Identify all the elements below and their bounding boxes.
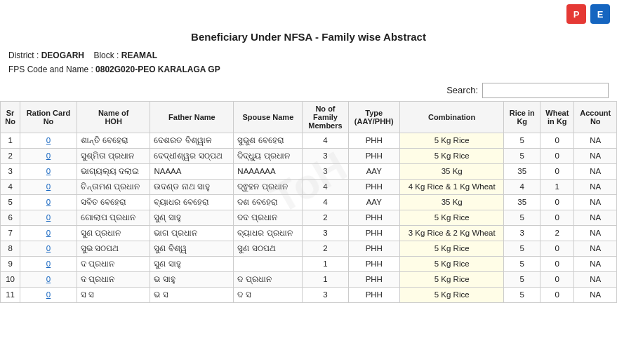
cell-type: PHH [348, 133, 399, 148]
cell-ration[interactable]: 0 [20, 225, 77, 241]
col-wheat: Wheatin Kg [540, 101, 574, 133]
col-account: AccountNo [574, 101, 617, 133]
cell-rice: 35 [504, 163, 540, 179]
cell-hoh: ଭାଗ୍ୟଲ୍ୟ ଦଲାଇ [77, 163, 150, 179]
cell-hoh: ସବିତ ବେହେରା [77, 194, 150, 210]
col-hoh: Name ofHOH [77, 101, 150, 133]
cell-spouse: ଦ‍‍ ସ‍‍ [234, 287, 303, 302]
cell-combination: 5 Kg Rice [400, 133, 504, 148]
cell-members: 3 [303, 287, 348, 302]
cell-wheat: 0 [540, 241, 574, 256]
cell-spouse: NAAAAAA [234, 163, 303, 179]
cell-rice: 5 [504, 210, 540, 225]
table-row: 50ସବିତ ବେହେରାବ୍ୟାଧର ବେହେରାଦ‍‍ଶ ବେହେରା4AA… [1, 194, 617, 210]
cell-ration[interactable]: 0 [20, 241, 77, 256]
cell-rice: 35 [504, 194, 540, 210]
cell-father: ଭ‍‍ ସ‍‍ [150, 287, 234, 302]
cell-account: NA [574, 287, 617, 302]
cell-members: 4 [303, 194, 348, 210]
cell-type: PHH [348, 271, 399, 287]
col-sr: SrNo [1, 101, 20, 133]
cell-combination: 5 Kg Rice [400, 210, 504, 225]
cell-account: NA [574, 133, 617, 148]
cell-account: NA [574, 225, 617, 241]
cell-wheat: 0 [540, 271, 574, 287]
cell-account: NA [574, 241, 617, 256]
cell-father: ସୁଣ ସାହୁ [150, 256, 234, 271]
main-table: SrNo Ration CardNo Name ofHOH Father Nam… [0, 101, 617, 303]
district-label: District [8, 50, 34, 60]
cell-hoh: ସୁଭ‍‍ ସଠ‍‍ପଥ [77, 241, 150, 256]
cell-type: PHH [348, 241, 399, 256]
cell-combination: 5 Kg Rice [400, 241, 504, 256]
table-row: 40ଚିନ୍ତାମଣ ପ୍ରଧାନଉଦଣ୍ଡ ନାଥ ସାହୁଦ୍ଵୁହନ ପ୍… [1, 179, 617, 194]
cell-father: ଭ‍‍ ସାହୁ [150, 271, 234, 287]
cell-type: PHH [348, 210, 399, 225]
fps-label: FPS Code and Name [8, 65, 88, 74]
cell-ration[interactable]: 0 [20, 179, 77, 194]
toolbar: P E [0, 0, 617, 28]
cell-spouse: ଦ‍‍ ପ୍ରଧାନ [234, 271, 303, 287]
cell-spouse: ଦ୍ଵୁହନ ପ୍ରଧାନ [234, 179, 303, 194]
cell-combination: 35 Kg [400, 163, 504, 179]
info-section: District : DEOGARH Block : REAMAL FPS Co… [0, 47, 617, 79]
cell-spouse [234, 256, 303, 271]
cell-account: NA [574, 179, 617, 194]
cell-hoh: ଦ‍‍ ପ୍ରଧାନ [77, 271, 150, 287]
fps-value: 0802G020-PEO KARALAGA GP [95, 65, 220, 74]
cell-wheat: 1 [540, 179, 574, 194]
cell-wheat: 0 [540, 148, 574, 163]
cell-ration[interactable]: 0 [20, 133, 77, 148]
cell-ration[interactable]: 0 [20, 256, 77, 271]
cell-hoh: ଚିନ୍ତାମଣ ପ୍ରଧାନ [77, 179, 150, 194]
table-row: 80ସୁଭ‍‍ ସଠ‍‍ପଥସୁଣ ବିଶ୍ୱସୁଣ‍ ସଠ‍‍ପଥ2PHH5 … [1, 241, 617, 256]
table-row: 70ସୁଣ ପ୍ରଧାନଭାଗ‍‍ ପ୍ରଧାନବ୍ୟାଧର ପ୍ରଧାନ3PH… [1, 225, 617, 241]
cell-account: NA [574, 210, 617, 225]
cell-ration[interactable]: 0 [20, 148, 77, 163]
excel-button[interactable]: E [590, 4, 610, 24]
cell-account: NA [574, 148, 617, 163]
cell-combination: 5 Kg Rice [400, 287, 504, 302]
table-row: 30ଭାଗ୍ୟଲ୍ୟ ଦଲାଇNAAAANAAAAAA3AAY35 Kg350N… [1, 163, 617, 179]
cell-ration[interactable]: 0 [20, 194, 77, 210]
cell-ration[interactable]: 0 [20, 271, 77, 287]
cell-father: ସୁଣ ବିଶ୍ୱ [150, 241, 234, 256]
cell-wheat: 0 [540, 163, 574, 179]
cell-ration[interactable]: 0 [20, 163, 77, 179]
search-row: Search: [0, 79, 617, 101]
col-type: Type(AAY/PHH) [348, 101, 399, 133]
cell-sr: 7 [1, 225, 20, 241]
cell-wheat: 0 [540, 194, 574, 210]
cell-ration[interactable]: 0 [20, 287, 77, 302]
cell-members: 3 [303, 225, 348, 241]
cell-members: 3 [303, 163, 348, 179]
cell-members: 2 [303, 241, 348, 256]
search-label: Search: [446, 85, 478, 95]
cell-wheat: 0 [540, 287, 574, 302]
cell-spouse: ଦ‍‍ଶ ବେହେରା [234, 194, 303, 210]
cell-father: ସୁଣ୍ ସାହୁ [150, 210, 234, 225]
cell-sr: 9 [1, 256, 20, 271]
cell-combination: 5 Kg Rice [400, 271, 504, 287]
cell-father: NAAAA [150, 163, 234, 179]
cell-spouse: ବ୍ୟାଧର ପ୍ରଧାନ [234, 225, 303, 241]
cell-spouse: ଦିଦ୍ଧ୍ୟୁ ପ୍ରଧାନ [234, 148, 303, 163]
district-value: DEOGARH [41, 50, 84, 60]
cell-members: 4 [303, 179, 348, 194]
cell-hoh: ଦ‍‍ ପ୍ରଧାନ [77, 256, 150, 271]
cell-wheat: 0 [540, 256, 574, 271]
cell-sr: 3 [1, 163, 20, 179]
cell-rice: 5 [504, 133, 540, 148]
cell-members: 2 [303, 210, 348, 225]
col-rice: Rice inKg [504, 101, 540, 133]
cell-sr: 6 [1, 210, 20, 225]
search-input[interactable] [482, 83, 609, 98]
cell-sr: 8 [1, 241, 20, 256]
cell-ration[interactable]: 0 [20, 210, 77, 225]
cell-type: PHH [348, 179, 399, 194]
cell-rice: 5 [504, 287, 540, 302]
table-row: 60ଗୋଲାପ ପ୍ରଧାନସୁଣ୍ ସାହୁଦ‍‍ଦ‍ ପ୍ରଧାନ2PHH5… [1, 210, 617, 225]
pdf-button[interactable]: P [566, 4, 586, 24]
cell-combination: 4 Kg Rice & 1 Kg Wheat [400, 179, 504, 194]
cell-sr: 11 [1, 287, 20, 302]
